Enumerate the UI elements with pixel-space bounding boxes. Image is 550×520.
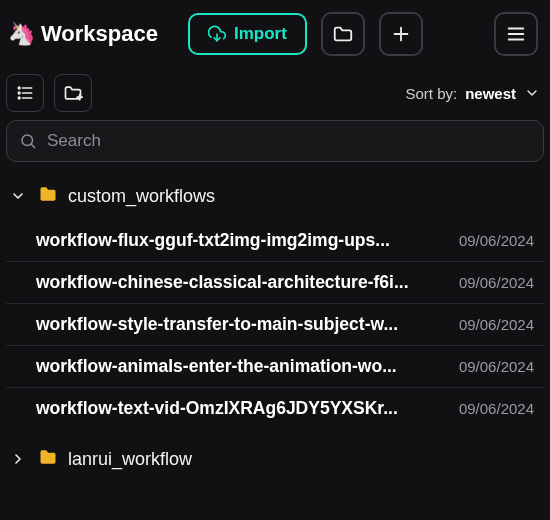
- page-title: Workspace: [41, 21, 158, 47]
- svg-point-9: [18, 87, 20, 89]
- file-item[interactable]: workflow-style-transfer-to-main-subject-…: [6, 304, 544, 346]
- chevron-down-icon: [8, 188, 28, 204]
- menu-button[interactable]: [494, 12, 538, 56]
- file-item[interactable]: workflow-text-vid-OmzIXRAg6JDY5YXSKr... …: [6, 388, 544, 429]
- chevron-down-icon: [524, 85, 540, 101]
- folder-contents: workflow-flux-gguf-txt2img-img2img-ups..…: [6, 216, 544, 439]
- file-name: workflow-chinese-classical-architecture-…: [36, 272, 447, 293]
- search-container: [6, 120, 544, 162]
- header-actions: Import: [188, 12, 423, 56]
- file-item[interactable]: workflow-chinese-classical-architecture-…: [6, 262, 544, 304]
- search-input[interactable]: [47, 131, 531, 151]
- file-name: workflow-animals-enter-the-animation-wo.…: [36, 356, 447, 377]
- new-folder-button[interactable]: [54, 74, 92, 112]
- folder-label: lanrui_workflow: [68, 449, 192, 470]
- file-date: 09/06/2024: [459, 316, 534, 333]
- svg-point-14: [22, 135, 33, 146]
- folder-outline-icon: [332, 23, 354, 45]
- svg-point-10: [18, 92, 20, 94]
- file-item[interactable]: workflow-animals-enter-the-animation-wo.…: [6, 346, 544, 388]
- new-button[interactable]: [379, 12, 423, 56]
- folder-lanrui-workflow[interactable]: lanrui_workflow: [6, 439, 544, 479]
- list-icon: [15, 83, 35, 103]
- import-label: Import: [234, 24, 287, 44]
- file-date: 09/06/2024: [459, 232, 534, 249]
- folder-icon: [38, 447, 58, 471]
- hamburger-icon: [505, 23, 527, 45]
- search-icon: [19, 132, 37, 150]
- file-name: workflow-flux-gguf-txt2img-img2img-ups..…: [36, 230, 447, 251]
- plus-icon: [390, 23, 412, 45]
- folder-plus-icon: [63, 83, 83, 103]
- toolbar: Sort by: newest: [0, 68, 550, 120]
- file-name: workflow-text-vid-OmzIXRAg6JDY5YXSKr...: [36, 398, 447, 419]
- brand-icon: 🦄: [8, 21, 35, 47]
- open-folder-button[interactable]: [321, 12, 365, 56]
- folder-custom-workflows[interactable]: custom_workflows: [6, 176, 544, 216]
- file-date: 09/06/2024: [459, 358, 534, 375]
- chevron-right-icon: [8, 451, 28, 467]
- brand: 🦄 Workspace: [8, 21, 158, 47]
- header: 🦄 Workspace Import: [0, 0, 550, 68]
- file-date: 09/06/2024: [459, 400, 534, 417]
- sort-control[interactable]: Sort by: newest: [405, 85, 540, 102]
- import-button[interactable]: Import: [188, 13, 307, 55]
- folder-label: custom_workflows: [68, 186, 215, 207]
- file-date: 09/06/2024: [459, 274, 534, 291]
- svg-line-15: [31, 144, 34, 147]
- sort-label: Sort by:: [405, 85, 457, 102]
- sort-value: newest: [465, 85, 516, 102]
- folder-icon: [38, 184, 58, 208]
- file-tree: custom_workflows workflow-flux-gguf-txt2…: [0, 176, 550, 479]
- svg-point-11: [18, 97, 20, 99]
- file-name: workflow-style-transfer-to-main-subject-…: [36, 314, 447, 335]
- list-view-button[interactable]: [6, 74, 44, 112]
- file-item[interactable]: workflow-flux-gguf-txt2img-img2img-ups..…: [6, 220, 544, 262]
- import-icon: [208, 25, 226, 43]
